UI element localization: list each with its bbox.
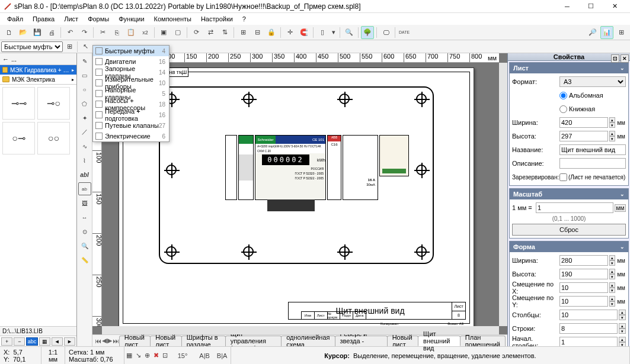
fliph-button[interactable]: ⇄: [204, 26, 217, 39]
status-snap-button[interactable]: ↘: [135, 349, 142, 362]
sheet-width-input[interactable]: [559, 117, 608, 128]
save-button[interactable]: 💾: [31, 26, 44, 39]
tool-curve[interactable]: ∿: [78, 140, 91, 153]
paste-button[interactable]: 📋: [124, 26, 137, 39]
menu-sheet[interactable]: Лист: [59, 14, 83, 24]
properties-button[interactable]: ⊞: [615, 26, 628, 39]
group-button[interactable]: ⊞: [236, 26, 250, 39]
snap-button[interactable]: ✛: [283, 26, 296, 39]
library-select[interactable]: Быстрые муфты: [1, 41, 63, 52]
reserved-checkbox[interactable]: [559, 173, 567, 181]
front-button[interactable]: ▣: [157, 26, 170, 39]
form-width-input[interactable]: [559, 255, 608, 266]
lib-folder-electrical[interactable]: МЭК Электрика ▸: [0, 75, 76, 84]
binoculars-button[interactable]: 🔎: [586, 26, 599, 39]
new-button[interactable]: 🗋: [2, 26, 15, 39]
menu-forms[interactable]: Формы: [83, 14, 114, 24]
sheet-tab[interactable]: Новый лист: [387, 336, 418, 346]
pointer-tool[interactable]: ↖: [80, 41, 91, 52]
tool-zoom[interactable]: 🔍: [78, 239, 91, 252]
tab-nav-prev[interactable]: ◀: [101, 336, 107, 346]
form-cols-input[interactable]: [559, 310, 618, 320]
sheet-tab[interactable]: Новый лист: [119, 336, 151, 346]
context-item[interactable]: Путевые клапаны27: [93, 120, 169, 131]
sheet-tab[interactable]: однолинейная схема: [281, 336, 335, 346]
tool-rect[interactable]: ▭: [78, 69, 91, 82]
lib-btn1[interactable]: ⊞: [64, 41, 75, 52]
panel-close-button[interactable]: ✕: [621, 54, 629, 63]
toggle-left[interactable]: ◄: [52, 337, 63, 346]
menu-help[interactable]: ?: [238, 14, 251, 24]
tool-node[interactable]: ⊙: [78, 225, 91, 238]
menu-edit[interactable]: Правка: [28, 14, 59, 24]
sheet-tab-active[interactable]: Щит внешний вид: [418, 336, 460, 346]
status-origin-button[interactable]: ⊕: [144, 349, 151, 362]
minimize-button[interactable]: ─: [555, 0, 579, 13]
tool-text[interactable]: abI: [78, 168, 91, 181]
scale-reset-button[interactable]: Сброс: [512, 224, 626, 236]
status-ab-button[interactable]: A|B: [197, 349, 212, 362]
maximize-button[interactable]: ☐: [579, 0, 603, 13]
tool-special[interactable]: ✦: [78, 111, 91, 124]
status-cross-button[interactable]: ✖: [153, 349, 159, 362]
tool-freehand[interactable]: ✎: [78, 54, 91, 67]
tab-nav-last[interactable]: ⏭: [113, 336, 119, 346]
screen-button[interactable]: 🖵: [379, 26, 392, 39]
sheet-tab[interactable]: Шрифты в раздаче: [181, 336, 226, 346]
status-angle-button[interactable]: 15°: [175, 349, 190, 362]
symbol-item[interactable]: ○⊸: [2, 122, 35, 154]
zoom-button[interactable]: 🔍: [343, 26, 356, 39]
form-startcol-input[interactable]: [559, 337, 618, 346]
toggle-minus[interactable]: −: [14, 337, 25, 346]
back-button[interactable]: ▢: [171, 26, 184, 39]
toggle-right[interactable]: ►: [64, 337, 75, 346]
form-rows-input[interactable]: [559, 323, 618, 334]
scale-input[interactable]: [536, 202, 613, 213]
open-button[interactable]: 📂: [17, 26, 30, 39]
sheet-desc-input[interactable]: [559, 158, 626, 169]
vertical-scrollbar[interactable]: [499, 63, 507, 326]
tool-bezier[interactable]: ⌇: [78, 154, 91, 167]
tool-textbox[interactable]: ab: [78, 182, 91, 195]
section-form-header[interactable]: Форма⌄: [510, 241, 628, 252]
tree-button[interactable]: 🌳: [361, 26, 374, 39]
sheet-tab[interactable]: Реверс и звезда - треуг.: [335, 336, 388, 346]
sheet-tab[interactable]: Новый лист: [150, 336, 181, 346]
cut-button[interactable]: ✂: [96, 26, 109, 39]
nav-back-button[interactable]: ←: [2, 56, 9, 63]
orient-landscape[interactable]: Альбомная: [559, 92, 603, 99]
status-lock-button[interactable]: ⊡: [162, 349, 168, 362]
section-scale-header[interactable]: Масштаб⌄: [510, 189, 628, 199]
context-item[interactable]: Передача + подготовка16: [93, 109, 169, 120]
sheet-tab[interactable]: Щит управления (начало): [225, 336, 282, 346]
ungroup-button[interactable]: ⊟: [251, 26, 264, 39]
print-button[interactable]: 🖨: [45, 26, 58, 39]
lock-button[interactable]: 🔒: [265, 26, 278, 39]
status-ba-button[interactable]: B|A: [215, 349, 230, 362]
components-button[interactable]: 📊: [600, 26, 613, 39]
flipv-button[interactable]: ⇅: [218, 26, 231, 39]
layerdrop-button[interactable]: ▾: [330, 26, 337, 39]
date-button[interactable]: DATE: [398, 26, 411, 39]
redo-button[interactable]: ↷: [78, 26, 91, 39]
close-button[interactable]: ✕: [603, 0, 626, 13]
tool-image[interactable]: 🖼: [78, 197, 91, 210]
orient-portrait[interactable]: Книжная: [559, 105, 595, 113]
symbol-item[interactable]: ○○: [37, 122, 70, 154]
symbol-item[interactable]: ⊸○: [37, 87, 70, 120]
copy-button[interactable]: ⎘: [110, 26, 123, 39]
menu-components[interactable]: Компоненты: [149, 14, 196, 24]
context-item[interactable]: Электрические6: [93, 131, 169, 141]
format-select[interactable]: A3: [559, 76, 626, 87]
tool-poly[interactable]: ⬠: [78, 97, 91, 110]
tool-dimension[interactable]: ↔: [78, 211, 91, 224]
toggle-grid[interactable]: ▦: [39, 337, 50, 346]
sheet-tab[interactable]: План помещений: [460, 336, 506, 346]
lib-folder-hydraulics[interactable]: МЭК Гидравлика + Пневматика ▸: [0, 65, 76, 75]
rotate-button[interactable]: ⟳: [190, 26, 203, 39]
symbol-item[interactable]: ⊸⊸: [2, 87, 35, 120]
sheet-height-input[interactable]: [559, 131, 608, 141]
tool-line[interactable]: ／: [78, 125, 91, 138]
menu-settings[interactable]: Настройки: [196, 14, 238, 24]
undo-button[interactable]: ↶: [63, 26, 76, 39]
